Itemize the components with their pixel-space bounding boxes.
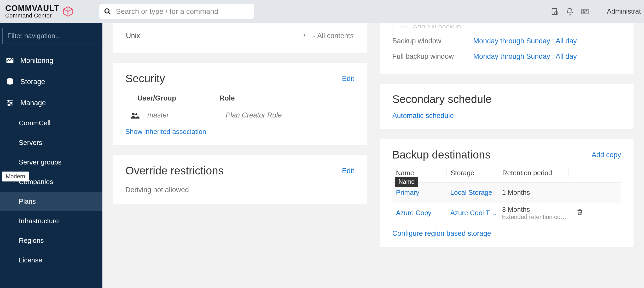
security-card: Security Edit User/Group Role master Pla…: [113, 63, 367, 145]
sidebar-sub-infrastructure[interactable]: Infrastructure: [0, 211, 102, 231]
monitoring-icon: [6, 56, 14, 65]
group-icon: [131, 112, 140, 119]
override-text: Deriving not allowed: [125, 185, 354, 195]
dest-col-name[interactable]: Name: [392, 169, 446, 177]
dest-storage[interactable]: Local Storage: [446, 189, 498, 197]
backup-window-label: Backup window: [392, 37, 473, 45]
override-edit-link[interactable]: Edit: [342, 167, 354, 175]
backup-destinations-title: Backup destinations: [392, 149, 491, 161]
rpo-card: Add full backup Backup window Monday thr…: [380, 23, 634, 74]
dest-retention-sub: Extended retention co…: [502, 214, 567, 221]
dest-name[interactable]: Azure Copy: [392, 209, 446, 217]
configure-region-link[interactable]: Configure region based storage: [392, 230, 491, 238]
svg-point-15: [9, 104, 10, 105]
add-copy-link[interactable]: Add copy: [591, 151, 621, 159]
dest-name[interactable]: Primary: [392, 189, 446, 197]
unix-label: Unix: [126, 32, 140, 40]
security-role: Plan Creator Role: [226, 111, 282, 119]
backup-content-card: Unix / - All contents: [113, 23, 367, 53]
override-title: Override restrictions: [125, 164, 224, 177]
sidebar-item-manage[interactable]: Manage: [0, 92, 102, 113]
svg-rect-4: [582, 9, 588, 14]
dest-retention: 3 Months: [502, 205, 568, 214]
secondary-schedule-card: Secondary schedule Automatic schedule: [380, 84, 634, 129]
sidebar-sub-commcell[interactable]: CommCell: [0, 113, 102, 133]
main-content: Unix / - All contents Security Edit User…: [102, 23, 644, 288]
svg-point-13: [8, 100, 9, 101]
unix-separator: /: [303, 32, 305, 40]
search-input[interactable]: [116, 7, 249, 16]
sidebar-item-label: Monitoring: [20, 57, 53, 65]
modern-tooltip: Modern: [2, 172, 29, 181]
dest-row-azure[interactable]: Azure Copy Azure Cool T… 3 Months Extend…: [392, 203, 621, 223]
logo-subtitle: Command Center: [5, 13, 59, 19]
sidebar-sub-regions[interactable]: Regions: [0, 231, 102, 250]
dest-col-retention[interactable]: Retention period: [498, 169, 568, 177]
unix-value: - All contents: [313, 32, 354, 40]
svg-point-17: [135, 113, 137, 115]
sidebar-sub-server-groups[interactable]: Server groups: [0, 152, 102, 172]
dest-storage[interactable]: Azure Cool T…: [446, 209, 498, 217]
add-full-backup-label: Add full backup: [413, 25, 461, 28]
svg-point-14: [11, 102, 12, 103]
dest-col-storage[interactable]: Storage: [446, 169, 498, 177]
sidebar-sub-license[interactable]: License: [0, 250, 102, 270]
svg-point-0: [105, 9, 109, 13]
sidebar: Filter navigation... Monitoring Storage …: [0, 23, 102, 288]
bell-icon[interactable]: [566, 8, 574, 15]
search-icon: [104, 8, 111, 15]
sidebar-item-monitoring[interactable]: Monitoring: [0, 50, 102, 71]
id-card-icon[interactable]: [581, 8, 589, 15]
sidebar-item-label: Manage: [20, 99, 46, 107]
logo[interactable]: COMMVAULT Command Center: [0, 4, 99, 19]
logo-brand: COMMVAULT: [5, 4, 59, 12]
security-edit-link[interactable]: Edit: [342, 75, 354, 83]
search-bar[interactable]: [99, 4, 254, 19]
add-full-backup-toggle[interactable]: [392, 25, 408, 28]
filter-navigation-input[interactable]: Filter navigation...: [2, 28, 100, 44]
secondary-schedule-title: Secondary schedule: [392, 93, 621, 105]
sidebar-item-storage[interactable]: Storage: [0, 71, 102, 92]
name-tooltip: Name: [395, 177, 418, 187]
sidebar-sub-plans[interactable]: Plans: [0, 192, 102, 211]
backup-window-value[interactable]: Monday through Sunday : All day: [473, 37, 577, 45]
override-card: Override restrictions Edit Deriving not …: [113, 155, 367, 204]
sidebar-sub-servers[interactable]: Servers: [0, 133, 102, 152]
manage-icon: [6, 99, 14, 107]
svg-point-16: [132, 113, 135, 115]
full-backup-window-value[interactable]: Monday through Sunday : All day: [473, 52, 577, 61]
jobs-icon[interactable]: [551, 8, 559, 15]
security-header-user: User/Group: [125, 94, 219, 102]
trash-icon[interactable]: [576, 209, 583, 215]
header-divider: [598, 5, 598, 18]
dest-retention: 1 Months: [498, 189, 568, 197]
security-title: Security: [125, 72, 165, 85]
security-header-role: Role: [219, 94, 235, 102]
security-user: master: [147, 111, 226, 119]
storage-icon: [6, 78, 14, 86]
dest-row-primary[interactable]: Primary Local Storage 1 Months: [392, 183, 621, 203]
sidebar-item-label: Storage: [20, 78, 45, 86]
svg-point-5: [583, 10, 584, 12]
full-backup-window-label: Full backup window: [392, 52, 473, 61]
logo-cube-icon: [62, 6, 74, 17]
dest-table-header: Name Storage Retention period Name: [392, 169, 621, 183]
backup-destinations-card: Backup destinations Add copy Name Storag…: [380, 139, 634, 247]
user-menu[interactable]: Administrat: [607, 7, 641, 15]
show-inherited-link[interactable]: Show inherited association: [125, 128, 206, 136]
header: COMMVAULT Command Center Administrat: [0, 0, 644, 23]
svg-line-1: [108, 12, 110, 14]
automatic-schedule-link[interactable]: Automatic schedule: [392, 112, 454, 120]
